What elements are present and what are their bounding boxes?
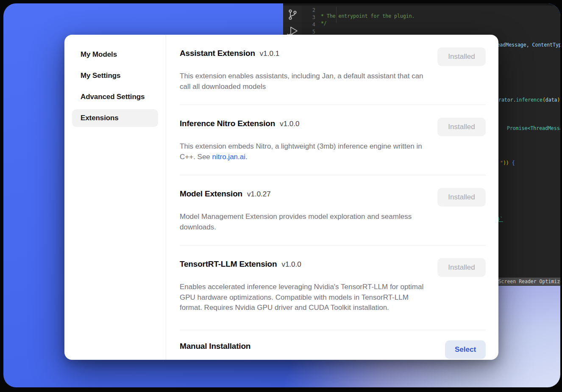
code-line: 4 bbox=[302, 16, 560, 23]
extension-description: Enables accelerated inference leveraging… bbox=[180, 282, 428, 313]
extension-row-nitro: Inference Nitro Extension v1.0.0 Install… bbox=[180, 105, 486, 175]
select-file-button[interactable]: Select bbox=[445, 340, 486, 359]
manual-installation-title: Manual Installation bbox=[180, 342, 250, 351]
extension-version: v1.0.0 bbox=[281, 260, 301, 269]
extension-version: v1.0.27 bbox=[247, 190, 271, 199]
nitro-jan-ai-link[interactable]: nitro.jan.ai. bbox=[212, 153, 248, 161]
extension-name: Assistant Extension bbox=[180, 49, 255, 58]
installed-button[interactable]: Installed bbox=[437, 118, 486, 136]
screen-reader-status[interactable]: Screen Reader Optimize bbox=[494, 278, 560, 285]
manual-installation-row: Manual Installation Select Select an ext… bbox=[180, 330, 486, 360]
extension-name: TensortRT-LLM Extension bbox=[180, 259, 277, 269]
installed-button[interactable]: Installed bbox=[437, 258, 486, 277]
code-line: 3 */ bbox=[302, 8, 560, 16]
sidebar-item-my-models[interactable]: My Models bbox=[72, 46, 158, 63]
extension-description: This extension enables assistants, inclu… bbox=[180, 71, 428, 92]
extension-row-model: Model Extension v1.0.27 Installed Model … bbox=[180, 175, 486, 246]
desktop: 2 * The entrypoint for the plugin. 3 */ … bbox=[0, 0, 562, 392]
extension-row-tensorrt: TensortRT-LLM Extension v1.0.0 Installed… bbox=[180, 246, 486, 330]
extension-name: Inference Nitro Extension bbox=[180, 119, 275, 128]
settings-modal: My Models My Settings Advanced Settings … bbox=[64, 35, 498, 360]
code-fragment: rator.inference(data)); bbox=[498, 97, 560, 103]
installed-button[interactable]: Installed bbox=[437, 47, 486, 66]
extension-description: Model Management Extension provides mode… bbox=[180, 212, 428, 232]
code-fragment: ")) { bbox=[500, 160, 515, 166]
extension-description: This extension embeds Nitro, a lightweig… bbox=[180, 141, 428, 162]
extension-version: v1.0.1 bbox=[260, 50, 279, 58]
extension-version: v1.0.0 bbox=[280, 120, 299, 128]
jan-app-window: 2 * The entrypoint for the plugin. 3 */ … bbox=[3, 3, 560, 387]
sidebar-item-extensions[interactable]: Extensions bbox=[72, 109, 158, 127]
sidebar-item-my-settings[interactable]: My Settings bbox=[72, 67, 158, 85]
sidebar-item-advanced-settings[interactable]: Advanced Settings bbox=[72, 88, 158, 106]
extensions-list: Assistant Extension v1.0.1 Installed Thi… bbox=[166, 35, 498, 360]
source-control-icon[interactable] bbox=[287, 8, 298, 22]
installed-button[interactable]: Installed bbox=[437, 188, 486, 207]
extension-name: Model Extension bbox=[180, 189, 242, 199]
code-line: 2 * The entrypoint for the plugin. bbox=[302, 3, 560, 8]
code-line: 5 // Web / extension runtime bbox=[302, 23, 560, 30]
code-fragment: Promise<ThreadMessage> bbox=[507, 125, 560, 131]
settings-sidebar: My Models My Settings Advanced Settings … bbox=[64, 35, 166, 360]
extension-row-assistant: Assistant Extension v1.0.1 Installed Thi… bbox=[180, 35, 486, 105]
